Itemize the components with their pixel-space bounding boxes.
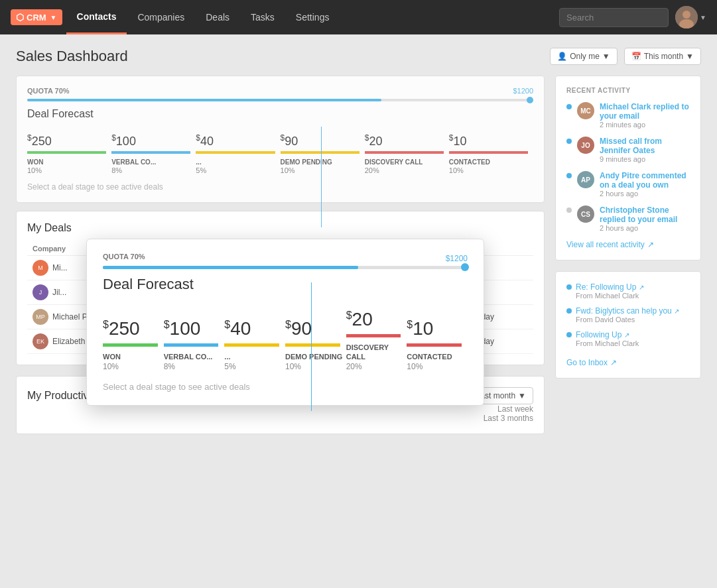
email-from-2: From Michael Clark <box>576 339 690 347</box>
col-company: Company <box>27 242 160 256</box>
email-from-1: From David Oates <box>576 316 690 323</box>
forecast-col-1: $100 VERBAL CO... 8% <box>111 133 196 174</box>
brand-name: CRM <box>27 13 46 23</box>
avatar-image <box>675 6 698 29</box>
forecast-amount-3: $90 <box>281 133 298 148</box>
quota-bar-fill <box>27 99 381 101</box>
forecast-bar-3 <box>281 151 359 154</box>
view-all-activity-link[interactable]: View all recent activity ↗ <box>566 240 690 249</box>
email-item-0: Re: Following Up ↗ From Michael Clark <box>566 282 690 300</box>
forecast-pct-1: 8% <box>111 166 122 174</box>
svg-point-1 <box>683 11 690 19</box>
option-last-3months[interactable]: Last 3 months <box>484 414 533 423</box>
external-link-icon: ↗ <box>674 308 679 315</box>
email-subject-0[interactable]: Re: Following Up ↗ <box>576 282 690 292</box>
activity-dot-3 <box>566 207 572 213</box>
table-row[interactable]: MMi... ——— <box>27 256 533 280</box>
activity-avatar-0: MC <box>577 102 594 119</box>
activity-content-0: Michael Clark replied to your email 2 mi… <box>600 102 690 129</box>
forecast-vline <box>321 127 322 227</box>
dashboard-title: Sales Dashboard <box>16 48 550 65</box>
avatar[interactable] <box>675 6 698 29</box>
productivity-title: My Productivity <box>27 390 407 402</box>
email-dot-2 <box>566 332 572 337</box>
forecast-col-5: $10 CONTACTED 10% <box>449 133 533 174</box>
user-icon: 👤 <box>557 52 567 61</box>
forecast-amount-4: $20 <box>365 133 383 148</box>
inbox-external-icon: ↗ <box>610 358 617 367</box>
quota-value: $1200 <box>513 87 533 95</box>
dashboard-header: Sales Dashboard 👤 Only me ▼ 📅 This month… <box>16 48 701 65</box>
nav-settings[interactable]: Settings <box>285 0 340 34</box>
filter-this-month[interactable]: 📅 This month ▼ <box>624 48 701 65</box>
nav-companies[interactable]: Companies <box>127 0 195 34</box>
table-row[interactable]: JJil... ——— <box>27 280 533 305</box>
calendar-icon: 📅 <box>631 52 641 61</box>
col-phone: Phone <box>320 242 442 256</box>
quota-label: QUOTA 70% <box>27 87 533 95</box>
calendar-icon2: 📅 <box>456 391 466 400</box>
activity-content-1: Missed call from Jennifer Oates 9 minute… <box>600 137 690 163</box>
nav-tasks[interactable]: Tasks <box>240 0 285 34</box>
forecast-pct-3: 10% <box>281 166 295 174</box>
productivity-filter-btn[interactable]: Last month ▼ <box>469 387 533 404</box>
activity-item-3: CS Christopher Stone replied to your ema… <box>566 206 690 232</box>
activity-avatar-1: JO <box>577 137 594 154</box>
external-link-icon: ↗ <box>624 331 629 339</box>
forecast-col-0: $250 WON 10% <box>27 133 111 174</box>
productivity-section: My Productivity Compared to 📅 Last month… <box>16 376 545 434</box>
recent-activity-card: RECENT ACTIVITY MC Michael Clark replied… <box>555 76 701 261</box>
nav-contacts[interactable]: Contacts <box>66 0 127 34</box>
email-dot-0 <box>566 284 572 290</box>
email-from-0: From Michael Clark <box>576 292 690 300</box>
forecast-pct-5: 10% <box>449 166 464 174</box>
forecast-col-2: $40 ... 5% <box>196 133 280 174</box>
email-activity-card: Re: Following Up ↗ From Michael Clark Fw… <box>555 271 701 379</box>
email-content-1: Fwd: Biglytics can help you ↗ From David… <box>576 306 690 323</box>
filter-month-arrow: ▼ <box>686 52 694 61</box>
filter-only-me[interactable]: 👤 Only me ▼ <box>550 48 618 65</box>
forecast-stage-3: DEMO PENDING <box>281 158 332 166</box>
navbar: ⬡ CRM ▼ Contacts Companies Deals Tasks S… <box>0 0 717 34</box>
forecast-bar-4 <box>365 151 444 154</box>
my-deals-card: My Deals Company Email Phone Date MMi... <box>16 211 545 365</box>
activity-item-2: AP Andy Pitre commented on a deal you ow… <box>566 171 690 198</box>
email-content-2: Following Up ↗ From Michael Clark <box>576 330 690 347</box>
filter-controls: 👤 Only me ▼ 📅 This month ▼ <box>550 48 701 65</box>
deals-table: Company Email Phone Date MMi... ——— JJil… <box>27 242 533 354</box>
nav-deals[interactable]: Deals <box>195 0 240 34</box>
recent-activity-title: RECENT ACTIVITY <box>566 87 690 94</box>
forecast-empty-msg: Select a deal stage to see active deals <box>27 182 533 192</box>
main-layout: QUOTA 70% $1200 Deal Forecast $250 WON 1… <box>16 76 701 445</box>
forecast-chart: $250 WON 10% $100 VERBAL CO... 8% $40 <box>27 133 533 174</box>
forecast-col-3: $90 DEMO PENDING 10% <box>281 153 365 174</box>
go-to-inbox-link[interactable]: Go to Inbox ↗ <box>566 358 617 367</box>
compared-to-label: Compared to <box>407 391 453 400</box>
forecast-bar-2 <box>196 151 275 154</box>
page-content: Sales Dashboard 👤 Only me ▼ 📅 This month… <box>0 34 717 458</box>
activity-dot-0 <box>566 104 572 109</box>
table-row[interactable]: EKElizabeth Kiser ✉ekiser@queens.edu 📞(8… <box>27 329 533 354</box>
my-deals-title: My Deals <box>27 222 533 234</box>
table-row[interactable]: MPMichael Pici ✉mpici@tescharlotte.org 📞… <box>27 305 533 329</box>
email-subject-1[interactable]: Fwd: Biglytics can help you ↗ <box>576 306 690 316</box>
deal-forecast-title: Deal Forecast <box>27 108 533 120</box>
email-subject-2[interactable]: Following Up ↗ <box>576 330 690 339</box>
external-link-icon: ↗ <box>647 240 654 249</box>
deal-forecast-card: QUOTA 70% $1200 Deal Forecast $250 WON 1… <box>16 76 545 203</box>
option-last-week[interactable]: Last week <box>497 404 533 414</box>
brand-logo[interactable]: ⬡ CRM ▼ <box>11 9 62 25</box>
forecast-col-4: $20 DISCOVERY CALL 20% <box>365 133 449 174</box>
col-date: Date <box>442 242 533 256</box>
search-input[interactable] <box>559 8 669 27</box>
external-link-icon: ↗ <box>639 284 644 291</box>
activity-avatar-3: CS <box>577 206 594 223</box>
activity-content-2: Andy Pitre commented on a deal you own 2… <box>600 171 690 198</box>
forecast-amount-1: $100 <box>111 133 136 148</box>
email-content-0: Re: Following Up ↗ From Michael Clark <box>576 282 690 300</box>
forecast-bar-5 <box>449 151 528 154</box>
activity-dot-1 <box>566 139 572 144</box>
productivity-filter: Compared to 📅 Last month ▼ <box>407 387 533 404</box>
productivity-header: My Productivity Compared to 📅 Last month… <box>27 387 533 404</box>
avatar-dropdown-arrow: ▼ <box>700 14 706 21</box>
